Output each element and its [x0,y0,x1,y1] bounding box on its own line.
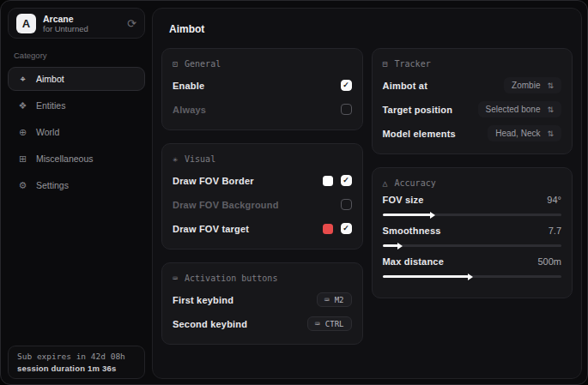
chevron-up-down-icon: ⇅ [547,81,554,90]
keyboard-icon: ⌨ [315,319,320,328]
left-column: ⊡ General Enable ✓ Always ✓ [161,48,363,358]
category-label: Category [14,51,145,60]
setting-row-enable: Enable ✓ [173,75,352,95]
sidebar-item-entities[interactable]: ❖ Entities [8,93,145,117]
tracker-icon: ⊟ [383,59,388,69]
color-swatch[interactable] [323,176,333,186]
slider-fill [383,275,469,278]
chevron-up-down-icon: ⇅ [547,129,554,138]
max-distance-value: 500m [537,256,561,267]
sidebar-item-world[interactable]: ⊕ World [8,120,145,144]
setting-label: FOV size [383,195,424,205]
accuracy-icon: △ [383,178,388,188]
setting-row-fov-size: FOV size 94° [383,195,562,216]
select-value: Selected bone [486,105,541,114]
app-window: A Arcane for Unturned ⟳ Category ⌖ Aimbo… [0,0,588,385]
refresh-icon[interactable]: ⟳ [127,18,136,29]
target-position-select[interactable]: Selected bone ⇅ [478,101,562,117]
sidebar: A Arcane for Unturned ⟳ Category ⌖ Aimbo… [1,1,152,384]
activation-card: ⌨ Activation buttons First keybind ⌨ M2 … [161,262,363,345]
setting-label: Draw FOV target [173,224,249,234]
color-swatch[interactable] [323,224,333,234]
check-icon: ✓ [342,177,349,184]
check-icon: ✓ [342,225,349,232]
keybind-value: CTRL [325,320,344,328]
sidebar-item-label: Entities [36,100,65,111]
gear-icon: ⚙ [17,180,28,191]
general-icon: ⊡ [173,59,178,69]
setting-label: Draw FOV Border [173,176,254,186]
sidebar-item-label: Aimbot [36,74,64,84]
setting-label: Aimbot at [383,81,428,91]
sidebar-item-miscellaneous[interactable]: ⊞ Miscellaneous [8,147,145,171]
setting-row-fov-background: Draw FOV Background ✓ [173,195,352,214]
page-title: Aimbot [169,23,573,35]
visual-card-title: Visual [185,154,215,164]
enable-checkbox[interactable]: ✓ [341,80,352,91]
smoothness-slider[interactable] [383,244,562,247]
main-panel: Aimbot ⊡ General Enable ✓ A [152,8,582,379]
accuracy-card-title: Accuracy [395,178,436,188]
first-keybind-button[interactable]: ⌨ M2 [317,292,352,307]
setting-row-smoothness: Smoothness 7.7 [383,226,562,247]
visual-card: ✳ Visual Draw FOV Border ✓ Draw F [161,143,363,250]
slider-fill [383,244,399,247]
app-header: A Arcane for Unturned ⟳ [8,8,145,39]
slider-thumb[interactable] [397,243,403,250]
setting-label: Model elements [383,129,456,139]
setting-label: First keybind [173,295,233,305]
app-logo: A [16,14,36,33]
fov-background-checkbox[interactable]: ✓ [341,199,352,210]
setting-row-aimbot-at: Aimbot at Zombie ⇅ [383,75,562,95]
keyboard-icon: ⌨ [324,295,330,304]
setting-label: Draw FOV Background [173,200,279,210]
slider-thumb[interactable] [468,274,473,280]
setting-label: Max distance [383,256,444,267]
select-value: Head, Neck [495,129,540,138]
setting-row-fov-border: Draw FOV Border ✓ [173,171,352,190]
setting-row-target-position: Target position Selected bone ⇅ [383,99,562,119]
tracker-card: ⊟ Tracker Aimbot at Zombie ⇅ Target posi… [372,48,573,154]
sidebar-item-aimbot[interactable]: ⌖ Aimbot [8,67,145,91]
fov-border-checkbox[interactable]: ✓ [341,175,352,186]
setting-row-fov-target: Draw FOV target ✓ [173,219,352,238]
right-column: ⊟ Tracker Aimbot at Zombie ⇅ Target posi… [372,48,573,358]
activation-card-title: Activation buttons [185,274,277,283]
setting-label: Enable [173,81,204,91]
sub-expiry-text: Sub expires in 42d 08h [17,352,136,361]
second-keybind-button[interactable]: ⌨ CTRL [307,316,352,331]
app-name: Arcane [43,14,88,24]
sidebar-item-label: World [36,127,59,137]
check-icon: ✓ [342,81,349,89]
aimbot-at-select[interactable]: Zombie ⇅ [504,77,561,93]
keybind-value: M2 [335,296,344,304]
setting-row-second-keybind: Second keybind ⌨ CTRL [173,314,352,334]
setting-row-first-keybind: First keybind ⌨ M2 [173,290,352,310]
select-value: Zombie [512,81,540,90]
fov-target-checkbox[interactable]: ✓ [341,223,352,234]
keyboard-icon: ⌨ [173,274,178,283]
accuracy-card: △ Accuracy FOV size 94° [372,167,573,298]
crosshair-icon: ⌖ [17,74,28,85]
model-elements-select[interactable]: Head, Neck ⇅ [488,125,561,141]
sidebar-item-label: Miscellaneous [36,153,94,164]
setting-label: Second keybind [173,319,247,329]
smoothness-value: 7.7 [549,226,561,236]
max-distance-slider[interactable] [383,275,562,278]
app-subtitle: for Unturned [43,24,88,33]
setting-label: Target position [383,105,453,115]
fov-size-slider[interactable] [383,214,562,216]
visual-icon: ✳ [173,154,178,164]
general-card-title: General [185,59,221,69]
setting-label: Smoothness [383,226,441,236]
grid-icon: ⊞ [17,153,28,165]
tracker-card-title: Tracker [395,59,431,69]
chevron-up-down-icon: ⇅ [547,105,554,114]
subscription-info: Sub expires in 42d 08h session duration … [8,346,145,379]
session-duration-text: session duration 1m 36s [17,364,136,373]
setting-label: Always [173,105,206,115]
slider-thumb[interactable] [430,212,435,219]
entities-icon: ❖ [17,100,28,111]
sidebar-item-settings[interactable]: ⚙ Settings [8,173,145,197]
always-checkbox[interactable]: ✓ [341,104,352,115]
